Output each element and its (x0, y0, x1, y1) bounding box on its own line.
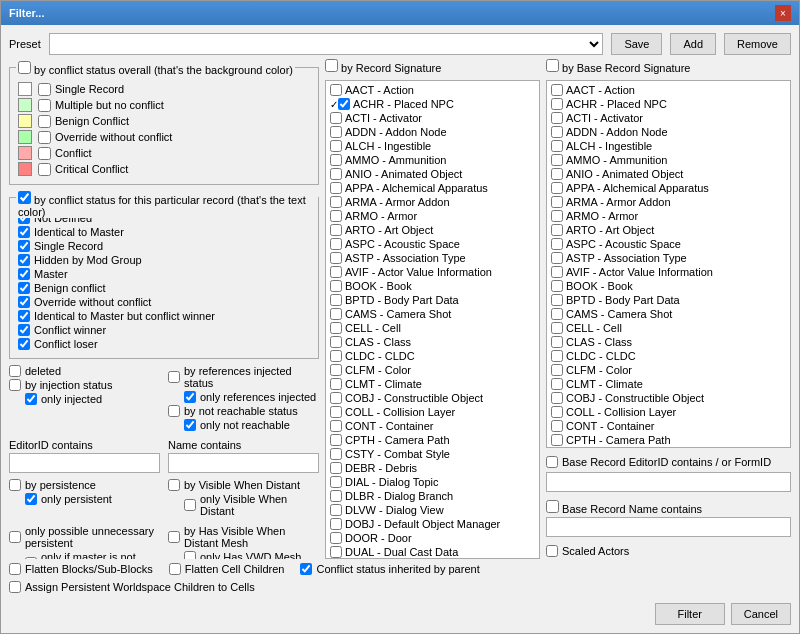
base-record-sig-item[interactable]: COLL - Collision Layer (549, 405, 788, 419)
base-record-sig-checkbox[interactable] (551, 238, 563, 250)
cb-deleted[interactable] (9, 365, 21, 377)
base-record-sig-item[interactable]: CLDC - CLDC (549, 349, 788, 363)
record-sig-checkbox[interactable] (330, 126, 342, 138)
cb-override-no-conflict-text[interactable] (18, 296, 30, 308)
record-sig-item[interactable]: CLAS - Class (328, 335, 537, 349)
record-sig-item[interactable]: COBJ - Constructible Object (328, 391, 537, 405)
record-sig-checkbox[interactable] (330, 112, 342, 124)
record-sig-item[interactable]: BOOK - Book (328, 279, 537, 293)
base-record-sig-checkbox[interactable] (551, 112, 563, 124)
cb-benign-conflict-text[interactable] (18, 282, 30, 294)
record-sig-checkbox[interactable] (330, 490, 342, 502)
conflict-record-checkbox[interactable] (18, 191, 31, 204)
record-sig-checkbox[interactable] (330, 252, 342, 264)
base-record-sig-checkbox[interactable] (551, 266, 563, 278)
cb-record-sig[interactable] (325, 59, 338, 72)
cb-base-record-sig[interactable] (546, 59, 559, 72)
record-sig-item[interactable]: CLDC - CLDC (328, 349, 537, 363)
record-sig-item[interactable]: DOOR - Door (328, 531, 537, 545)
base-record-sig-checkbox[interactable] (551, 84, 563, 96)
cb-only-vwd[interactable] (184, 499, 196, 511)
record-sig-checkbox[interactable] (330, 280, 342, 292)
record-sig-checkbox[interactable] (330, 350, 342, 362)
record-sig-checkbox[interactable] (330, 518, 342, 530)
base-record-sig-item[interactable]: ARTO - Art Object (549, 223, 788, 237)
record-sig-item[interactable]: ACHR - Placed NPC (328, 97, 537, 111)
cb-vwd[interactable] (168, 479, 180, 491)
cb-unnecessary[interactable] (9, 531, 21, 543)
cb-conflict-winner[interactable] (18, 324, 30, 336)
base-record-sig-item[interactable]: ACTI - Activator (549, 111, 788, 125)
cb-master-text[interactable] (18, 268, 30, 280)
cb-conflict-loser[interactable] (18, 338, 30, 350)
add-button[interactable]: Add (670, 33, 716, 55)
conflict-overall-checkbox[interactable] (18, 61, 31, 74)
base-record-sig-checkbox[interactable] (551, 210, 563, 222)
base-record-sig-item[interactable]: AACT - Action (549, 83, 788, 97)
base-record-sig-item[interactable]: ASPC - Acoustic Space (549, 237, 788, 251)
cb-only-persistent[interactable] (25, 493, 37, 505)
record-sig-checkbox[interactable] (330, 406, 342, 418)
record-sig-item[interactable]: ASTP - Association Type (328, 251, 537, 265)
base-record-sig-item[interactable]: ALCH - Ingestible (549, 139, 788, 153)
record-sig-checkbox[interactable] (330, 168, 342, 180)
base-record-sig-item[interactable]: BOOK - Book (549, 279, 788, 293)
record-sig-checkbox[interactable] (330, 140, 342, 152)
record-sig-checkbox[interactable] (330, 504, 342, 516)
record-sig-item[interactable]: DLBR - Dialog Branch (328, 489, 537, 503)
record-sig-item[interactable]: ALCH - Ingestible (328, 139, 537, 153)
base-record-sig-item[interactable]: AVIF - Actor Value Information (549, 265, 788, 279)
record-sig-item[interactable]: CLMT - Climate (328, 377, 537, 391)
base-record-sig-item[interactable]: BPTD - Body Part Data (549, 293, 788, 307)
base-record-sig-checkbox[interactable] (551, 280, 563, 292)
base-record-sig-checkbox[interactable] (551, 168, 563, 180)
record-sig-checkbox[interactable] (330, 420, 342, 432)
record-sig-item[interactable]: CELL - Cell (328, 321, 537, 335)
record-sig-item[interactable]: CLFM - Color (328, 363, 537, 377)
cb-single-record-text[interactable] (18, 240, 30, 252)
record-sig-item[interactable]: AVIF - Actor Value Information (328, 265, 537, 279)
cb-identical-master[interactable] (18, 226, 30, 238)
base-record-sig-checkbox[interactable] (551, 378, 563, 390)
cb-conflict[interactable] (38, 147, 51, 160)
cb-benign-conflict[interactable] (38, 115, 51, 128)
base-record-sig-item[interactable]: CAMS - Camera Shot (549, 307, 788, 321)
record-sig-item[interactable]: ARMA - Armor Addon (328, 195, 537, 209)
base-record-sig-item[interactable]: CONT - Container (549, 419, 788, 433)
base-record-sig-checkbox[interactable] (551, 196, 563, 208)
cb-flatten-blocks[interactable] (9, 563, 21, 575)
cb-if-master[interactable] (25, 557, 37, 559)
base-record-signature-list[interactable]: AACT - ActionACHR - Placed NPCACTI - Act… (546, 80, 791, 448)
cb-only-ref-injected[interactable] (184, 391, 196, 403)
base-record-sig-item[interactable]: CLMT - Climate (549, 377, 788, 391)
base-record-sig-checkbox[interactable] (551, 140, 563, 152)
editorid-input[interactable]: Cyr_Kv (9, 453, 160, 473)
cb-only-vwd-mesh[interactable] (184, 551, 196, 559)
cb-flatten-cell[interactable] (169, 563, 181, 575)
cancel-button[interactable]: Cancel (731, 603, 791, 625)
cb-scaled-actors[interactable] (546, 545, 558, 557)
record-sig-checkbox[interactable] (330, 378, 342, 390)
cb-base-name[interactable] (546, 500, 559, 513)
record-sig-item[interactable]: ACTI - Activator (328, 111, 537, 125)
base-record-sig-item[interactable]: CLAS - Class (549, 335, 788, 349)
cb-injection-status[interactable] (9, 379, 21, 391)
record-sig-item[interactable]: ADDN - Addon Node (328, 125, 537, 139)
record-sig-item[interactable]: CPTH - Camera Path (328, 433, 537, 447)
record-sig-checkbox[interactable] (330, 336, 342, 348)
base-record-sig-checkbox[interactable] (551, 350, 563, 362)
cb-critical-conflict[interactable] (38, 163, 51, 176)
record-sig-item[interactable]: DOBJ - Default Object Manager (328, 517, 537, 531)
record-sig-item[interactable]: AMMO - Ammunition (328, 153, 537, 167)
record-sig-checkbox[interactable] (330, 308, 342, 320)
base-record-sig-checkbox[interactable] (551, 434, 563, 446)
record-sig-item[interactable]: CONT - Container (328, 419, 537, 433)
record-sig-checkbox[interactable] (330, 322, 342, 334)
base-record-sig-item[interactable]: ASTP - Association Type (549, 251, 788, 265)
base-record-sig-item[interactable]: ACHR - Placed NPC (549, 97, 788, 111)
cb-vwd-mesh[interactable] (168, 531, 180, 543)
record-sig-checkbox[interactable] (330, 462, 342, 474)
close-button[interactable]: × (775, 5, 791, 21)
base-record-sig-checkbox[interactable] (551, 154, 563, 166)
record-sig-item[interactable]: ARTO - Art Object (328, 223, 537, 237)
